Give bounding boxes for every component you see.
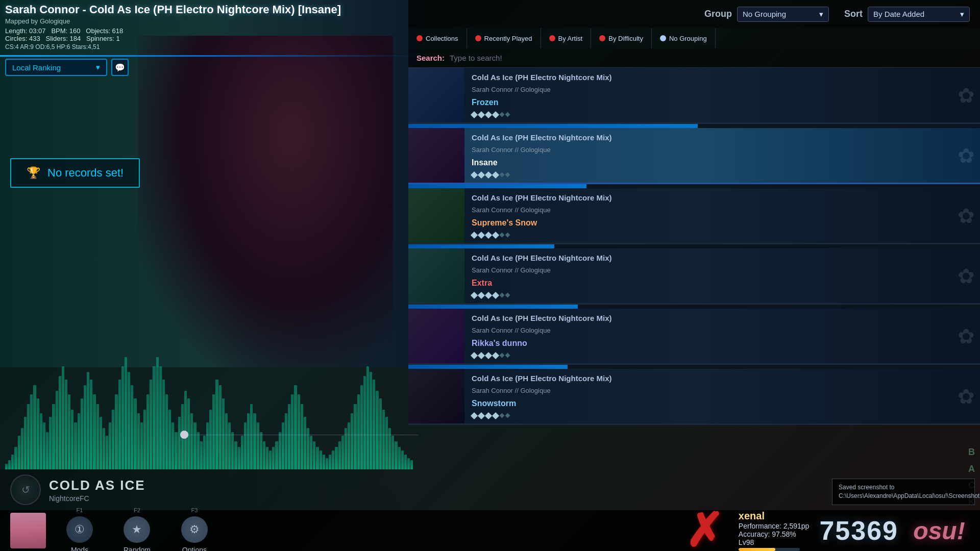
abc-b: B	[968, 444, 975, 460]
song-item[interactable]: Cold As Ice (PH Electro Nightcore Mix)Sa…	[408, 369, 980, 425]
difficulty-dots	[472, 353, 932, 358]
group-value: No Grouping	[743, 10, 786, 18]
waveform-bar	[200, 441, 203, 469]
waveform-playhead[interactable]	[180, 431, 188, 439]
flower-icon: ✿	[958, 264, 975, 288]
waveform-bar	[263, 441, 265, 469]
waveform-bar	[27, 404, 30, 469]
song-item[interactable]: Cold As Ice (PH Electro Nightcore Mix)Sa…	[408, 68, 980, 124]
difficulty-dot	[485, 352, 492, 359]
album-title: COLD AS ICE	[49, 478, 145, 493]
circles-stat: Circles: 433	[5, 35, 40, 42]
difficulty-dot	[492, 171, 499, 179]
song-item-title: Cold As Ice (PH Electro Nightcore Mix)	[472, 133, 932, 142]
filter-tabs: Collections Recently Played By Artist By…	[408, 28, 980, 48]
song-item[interactable]: Cold As Ice (PH Electro Nightcore Mix)Sa…	[408, 128, 980, 184]
waveform-bar	[398, 447, 401, 469]
waveform-bar	[106, 436, 108, 469]
waveform-bar	[231, 432, 234, 469]
waveform-bar	[143, 410, 146, 469]
waveform-bar	[153, 366, 155, 469]
waveform-bar	[52, 404, 55, 469]
song-item-artist: Sarah Connor // Gologique	[472, 327, 932, 334]
waveform-bar	[100, 417, 102, 469]
sliders-stat: Sliders: 184	[45, 35, 81, 42]
ranking-dropdown[interactable]: Local Ranking ▾	[5, 59, 107, 76]
waveform-timeline	[184, 435, 419, 435]
waveform-bar	[140, 422, 143, 469]
progress-row	[408, 244, 980, 248]
song-details: Cold As Ice (PH Electro Nightcore Mix)Sa…	[464, 188, 939, 243]
waveform-bar	[335, 447, 337, 469]
song-item-artist: Sarah Connor // Gologique	[472, 266, 932, 274]
length-stat: Length: 03:07	[5, 27, 46, 35]
tab-by-difficulty[interactable]: By Difficulty	[591, 28, 652, 48]
score-area: ✗ xenal Performance: 2,591pp Accuracy: 9…	[685, 508, 970, 551]
tab-recently-played[interactable]: Recently Played	[467, 28, 541, 48]
song-thumbnail	[408, 128, 464, 184]
mods-button[interactable]: F1 ① Mods	[66, 507, 93, 551]
waveform-bar	[190, 413, 193, 469]
waveform-bar	[370, 372, 372, 469]
song-item[interactable]: Cold As Ice (PH Electro Nightcore Mix)Sa…	[408, 248, 980, 305]
waveform-bar	[323, 455, 325, 469]
by-artist-label: By Artist	[558, 35, 583, 42]
waveform-bar	[112, 410, 114, 469]
waveform-bar	[159, 366, 162, 469]
user-info: xenal Performance: 2,591pp Accuracy: 97.…	[739, 510, 810, 551]
waveform-bar	[178, 417, 181, 469]
song-item-difficulty: Frozen	[472, 98, 932, 107]
flower-icon: ✿	[958, 324, 975, 348]
chat-button[interactable]: 💬	[111, 59, 129, 76]
player-avatar	[10, 513, 46, 548]
waveform-bar	[291, 394, 293, 469]
waveform-bar	[316, 447, 318, 469]
song-item[interactable]: Cold As Ice (PH Electro Nightcore Mix)Sa…	[408, 309, 980, 365]
difficulty-dot	[492, 111, 499, 118]
waveform-area[interactable]	[0, 357, 419, 469]
waveform-bar	[68, 394, 70, 469]
sort-dropdown[interactable]: By Date Added ▾	[868, 7, 970, 22]
song-item-title: Cold As Ice (PH Electro Nightcore Mix)	[472, 374, 932, 383]
avatar-image	[10, 513, 46, 548]
flower-icon: ✿	[958, 204, 975, 228]
waveform-bar	[285, 413, 287, 469]
song-stats2: Circles: 433 Sliders: 184 Spinners: 1	[5, 35, 413, 42]
waveform-bar	[250, 404, 253, 469]
tab-no-grouping[interactable]: No Grouping	[652, 28, 716, 48]
waveform-bar	[62, 366, 64, 469]
waveform-bar	[376, 391, 378, 469]
song-details: Cold As Ice (PH Electro Nightcore Mix)Sa…	[464, 309, 939, 363]
waveform-bar	[87, 372, 89, 469]
waveform-bar	[168, 410, 171, 469]
options-button[interactable]: F3 ⚙ Options	[181, 507, 208, 551]
song-item-artist: Sarah Connor // Gologique	[472, 146, 932, 154]
no-records-text: No records set!	[47, 166, 124, 180]
song-thumbnail	[408, 369, 464, 425]
difficulty-dots	[472, 293, 932, 298]
song-item-difficulty: Rikka's dunno	[472, 339, 932, 348]
difficulty-dot	[485, 171, 492, 179]
group-sort-bar: Group No Grouping ▾ Sort By Date Added ▾	[408, 0, 980, 28]
waveform-bar	[385, 417, 388, 469]
group-label: Group	[704, 9, 732, 19]
random-button[interactable]: F2 ★ Random	[124, 507, 151, 551]
waveform-bar	[118, 380, 121, 469]
song-item-title: Cold As Ice (PH Electro Nightcore Mix)	[472, 73, 932, 82]
difficulty-dot	[505, 413, 510, 418]
difficulty-dots	[472, 112, 932, 117]
tab-by-artist[interactable]: By Artist	[541, 28, 592, 48]
waveform-bar	[109, 422, 111, 469]
waveform-bar	[37, 398, 39, 469]
mods-icon: ①	[66, 516, 93, 543]
waveform-bar	[382, 410, 385, 469]
song-item[interactable]: Cold As Ice (PH Electro Nightcore Mix)Sa…	[408, 188, 980, 244]
waveform-bar	[257, 422, 259, 469]
waveform-bar	[8, 460, 11, 469]
song-item-artist: Sarah Connor // Gologique	[472, 206, 932, 214]
mods-label: Mods	[71, 546, 88, 551]
difficulty-dot	[500, 353, 505, 358]
progress-row	[408, 184, 980, 188]
group-dropdown[interactable]: No Grouping ▾	[737, 7, 829, 22]
song-item-right: ✿	[939, 188, 980, 243]
